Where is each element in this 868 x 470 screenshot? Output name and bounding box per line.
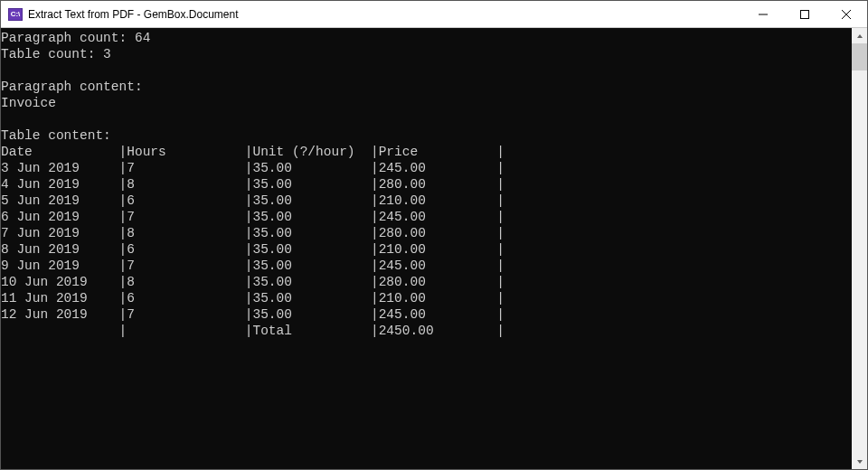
maximize-icon [800, 10, 809, 19]
svg-rect-1 [801, 10, 809, 18]
minimize-button[interactable] [742, 1, 784, 27]
window-controls [742, 1, 867, 27]
close-button[interactable] [826, 1, 867, 27]
chevron-down-icon [856, 458, 863, 465]
titlebar[interactable]: C:\ Extract Text from PDF - GemBox.Docum… [1, 1, 867, 28]
chevron-up-icon [856, 33, 863, 40]
minimize-icon [759, 10, 768, 19]
app-icon-text: C:\ [11, 11, 21, 18]
app-window: C:\ Extract Text from PDF - GemBox.Docum… [0, 0, 868, 470]
close-icon [842, 10, 851, 19]
svg-marker-5 [857, 460, 863, 464]
client-area: Paragraph count: 64 Table count: 3 Parag… [1, 28, 867, 469]
scroll-down-button[interactable] [852, 454, 867, 469]
window-title: Extract Text from PDF - GemBox.Document [28, 8, 742, 21]
svg-marker-4 [857, 34, 863, 38]
scroll-up-button[interactable] [852, 28, 867, 43]
scroll-thumb[interactable] [852, 43, 867, 70]
maximize-button[interactable] [784, 1, 826, 27]
vertical-scrollbar[interactable] [852, 28, 867, 469]
console-output[interactable]: Paragraph count: 64 Table count: 3 Parag… [1, 28, 852, 469]
app-icon: C:\ [8, 8, 23, 21]
